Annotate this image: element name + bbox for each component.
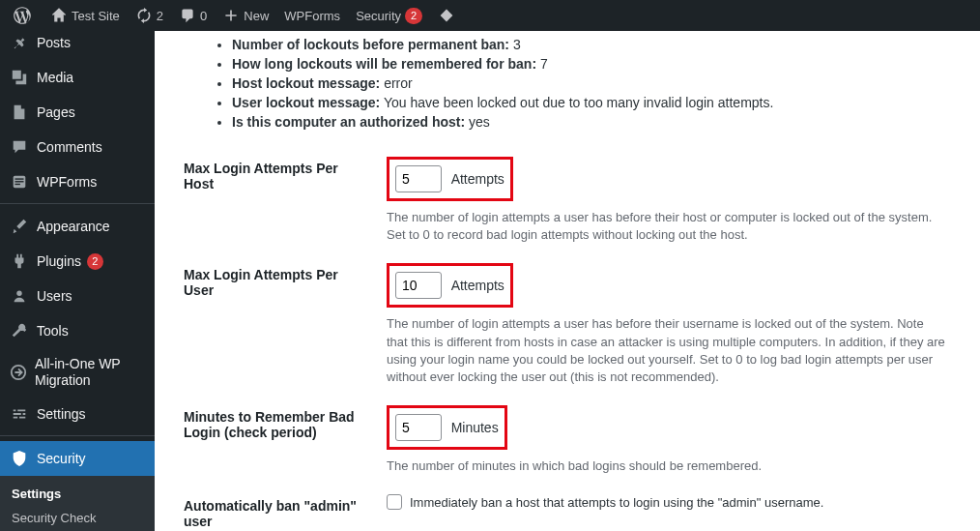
svg-rect-2: [15, 181, 24, 182]
desc-minutes: The number of minutes in which bad login…: [387, 457, 947, 475]
menu-label: Tools: [37, 323, 69, 339]
menu-label: Settings: [37, 406, 86, 422]
submenu-settings[interactable]: Settings: [0, 482, 155, 506]
menu-label: Comments: [37, 139, 102, 155]
security-submenu: Settings Security Check Logs Go Pro: [0, 476, 155, 531]
shield-icon: [10, 449, 29, 468]
unit-text: Minutes: [451, 420, 499, 435]
admin-bar: Test Site 2 0 New WPForms Security2: [0, 0, 980, 31]
minutes-input[interactable]: [395, 414, 442, 441]
svg-rect-3: [15, 184, 20, 185]
form-icon: [10, 172, 29, 192]
unit-text: Attempts: [451, 278, 504, 293]
diamond-ab-link[interactable]: [430, 0, 467, 31]
sidebar-item-posts[interactable]: Posts: [0, 31, 155, 60]
new-content-link[interactable]: New: [215, 0, 276, 31]
comments-link[interactable]: 0: [171, 0, 215, 31]
security-ab-label: Security: [356, 9, 401, 23]
migration-icon: [10, 363, 27, 382]
highlight-box: Attempts: [387, 157, 513, 201]
pin-icon: [10, 33, 29, 52]
plugin-icon: [10, 251, 29, 271]
menu-label: Posts: [37, 35, 71, 50]
comments-count: 0: [200, 9, 207, 23]
security-ab-link[interactable]: Security2: [348, 0, 430, 31]
updates-link[interactable]: 2: [128, 0, 171, 31]
settings-summary-list: Number of lockouts before permanent ban:…: [184, 35, 961, 132]
wpforms-ab-link[interactable]: WPForms: [276, 0, 348, 31]
settings-form: Max Login Attempts Per Host Attempts The…: [184, 149, 961, 531]
summary-row: Number of lockouts before permanent ban:…: [232, 35, 961, 54]
wp-logo[interactable]: [6, 0, 43, 31]
users-icon: [10, 286, 29, 306]
updates-count: 2: [157, 9, 163, 23]
comment-icon: [179, 7, 196, 24]
update-icon: [135, 7, 153, 24]
label-max-host: Max Login Attempts Per Host: [184, 149, 377, 255]
svg-rect-1: [15, 178, 24, 179]
menu-label: Security: [37, 451, 86, 466]
plus-icon: [222, 7, 240, 24]
media-icon: [10, 68, 29, 87]
label-auto-ban: Automatically ban "admin" user: [184, 487, 377, 531]
sidebar-item-tools[interactable]: Tools: [0, 313, 155, 348]
diamond-icon: [438, 7, 455, 24]
sliders-icon: [10, 404, 29, 424]
menu-label: Users: [37, 288, 72, 304]
site-name-text: Test Site: [72, 9, 120, 23]
menu-label: All-in-One WP Migration: [35, 356, 145, 389]
menu-label: Appearance: [37, 219, 110, 234]
sidebar-item-security[interactable]: Security: [0, 441, 155, 476]
tools-icon: [10, 321, 29, 340]
submenu-security-check[interactable]: Security Check: [0, 506, 155, 530]
menu-label: Pages: [37, 104, 75, 120]
page-icon: [10, 103, 29, 122]
admin-sidebar: Posts Media Pages Comments WPForms Appea…: [0, 31, 155, 531]
sidebar-item-wpforms[interactable]: WPForms: [0, 164, 155, 199]
unit-text: Attempts: [451, 171, 504, 187]
summary-row: How long lockouts will be remembered for…: [232, 54, 961, 74]
sidebar-item-appearance[interactable]: Appearance: [0, 209, 155, 244]
summary-row: User lockout message: You have been lock…: [232, 93, 961, 112]
summary-row: Host lockout message: error: [232, 74, 961, 93]
desc-max-user: The number of login attempts a user has …: [387, 315, 947, 386]
summary-row: Is this computer an authorized host: yes: [232, 112, 961, 132]
menu-label: Media: [37, 70, 73, 85]
comments-menu-icon: [10, 137, 29, 157]
site-name-link[interactable]: Test Site: [43, 0, 128, 31]
auto-ban-text: Immediately ban a host that attempts to …: [410, 495, 823, 510]
new-label: New: [244, 9, 269, 23]
brush-icon: [10, 217, 29, 236]
wpforms-ab-label: WPForms: [284, 9, 340, 23]
sidebar-item-users[interactable]: Users: [0, 279, 155, 313]
menu-label: Plugins: [37, 253, 81, 269]
sidebar-item-pages[interactable]: Pages: [0, 95, 155, 130]
content-area: Number of lockouts before permanent ban:…: [155, 31, 980, 531]
label-minutes: Minutes to Remember Bad Login (check per…: [184, 398, 377, 487]
auto-ban-checkbox[interactable]: [387, 494, 402, 510]
sidebar-item-media[interactable]: Media: [0, 60, 155, 95]
wordpress-icon: [14, 7, 31, 24]
plugins-badge: 2: [87, 253, 103, 270]
menu-label: WPForms: [37, 174, 97, 190]
highlight-box: Minutes: [387, 405, 507, 450]
label-max-user: Max Login Attempts Per User: [184, 255, 377, 398]
sidebar-item-comments[interactable]: Comments: [0, 130, 155, 164]
highlight-box: Attempts: [387, 263, 513, 308]
sidebar-item-aiowpm[interactable]: All-in-One WP Migration: [0, 348, 155, 397]
auto-ban-row[interactable]: Immediately ban a host that attempts to …: [387, 494, 951, 510]
security-ab-count: 2: [405, 8, 422, 24]
max-host-input[interactable]: [395, 165, 442, 192]
home-icon: [50, 7, 68, 24]
sidebar-item-plugins[interactable]: Plugins2: [0, 244, 155, 279]
max-user-input[interactable]: [395, 272, 442, 299]
sidebar-item-settings[interactable]: Settings: [0, 397, 155, 431]
desc-max-host: The number of login attempts a user has …: [387, 209, 947, 244]
svg-point-4: [16, 291, 21, 296]
